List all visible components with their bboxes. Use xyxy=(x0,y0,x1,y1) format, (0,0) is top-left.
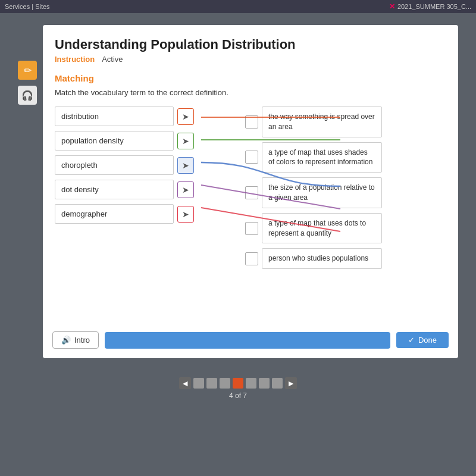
page-dot-6[interactable] xyxy=(259,378,270,389)
speaker-icon: 🔊 xyxy=(61,336,71,345)
page-dot-2[interactable] xyxy=(206,378,217,389)
arrow-btn-distribution[interactable]: ➤ xyxy=(177,108,194,125)
term-row: demographer ➤ xyxy=(55,204,198,224)
pencil-icon[interactable]: ✏ xyxy=(18,61,37,80)
arrow-btn-demographer[interactable]: ➤ xyxy=(177,206,194,223)
done-button[interactable]: ✓ Done xyxy=(396,332,449,348)
def-row: a type of map that uses dots to represen… xyxy=(245,213,382,244)
term-distribution: distribution xyxy=(55,107,174,126)
page-dot-4[interactable] xyxy=(233,378,243,389)
arrow-btn-dot-density[interactable]: ➤ xyxy=(177,181,194,198)
matching-area: distribution ➤ population density ➤ chor… xyxy=(55,107,446,269)
content-panel: Understanding Population Distribution In… xyxy=(43,25,458,358)
page-dot-5[interactable] xyxy=(246,378,256,389)
top-bar-left: Services | Sites xyxy=(5,3,50,10)
check-icon: ✓ xyxy=(408,336,415,345)
def-row: the way something is spread over an area xyxy=(245,107,382,137)
def-row: person who studies populations xyxy=(245,248,382,269)
bottom-bar: 🔊 Intro ✓ Done xyxy=(52,331,449,349)
breadcrumb-instruction[interactable]: Instruction xyxy=(55,55,95,64)
close-icon: ✕ xyxy=(389,2,395,11)
sidebar: ✏ 🎧 xyxy=(18,61,37,358)
def-checkbox-2[interactable] xyxy=(245,151,258,164)
breadcrumb: Instruction Active xyxy=(55,55,446,64)
def-box-3: the size of a population relative to a g… xyxy=(262,177,382,208)
term-dot-density: dot density xyxy=(55,180,174,199)
instruction-text: Match the vocabulary term to the correct… xyxy=(55,88,446,97)
top-bar-right: ✕ 2021_SUMMER 305_C... xyxy=(389,2,471,11)
arrow-btn-population-density[interactable]: ➤ xyxy=(177,133,194,149)
page-title: Understanding Population Distribution xyxy=(55,37,446,52)
def-box-4: a type of map that uses dots to represen… xyxy=(262,213,382,244)
term-choropleth: choropleth xyxy=(55,155,174,175)
def-checkbox-5[interactable] xyxy=(245,252,258,265)
page-dot-1[interactable] xyxy=(193,378,204,389)
page-dot-3[interactable] xyxy=(220,378,230,389)
page-counter: 4 of 7 xyxy=(0,392,476,400)
done-label: Done xyxy=(418,336,437,345)
def-row: the size of a population relative to a g… xyxy=(245,177,382,208)
pagination: ◀ ▶ xyxy=(0,377,476,389)
term-row: choropleth ➤ xyxy=(55,155,198,175)
top-bar: Services | Sites ✕ 2021_SUMMER 305_C... xyxy=(0,0,476,13)
term-row: distribution ➤ xyxy=(55,107,198,126)
def-box-5: person who studies populations xyxy=(262,248,382,269)
definitions-column: the way something is spread over an area… xyxy=(245,107,382,269)
term-population-density: population density xyxy=(55,131,174,151)
main-container: ✏ 🎧 Understanding Population Distributio… xyxy=(0,13,476,370)
prev-button[interactable]: ◀ xyxy=(179,377,191,389)
breadcrumb-active[interactable]: Active xyxy=(102,55,123,64)
def-box-2: a type of map that uses shades of colors… xyxy=(262,142,382,173)
intro-button[interactable]: 🔊 Intro xyxy=(52,331,99,349)
term-row: population density ➤ xyxy=(55,131,198,151)
terms-column: distribution ➤ population density ➤ chor… xyxy=(55,107,198,224)
section-title: Matching xyxy=(55,73,446,83)
headphone-icon[interactable]: 🎧 xyxy=(18,86,37,105)
def-row: a type of map that uses shades of colors… xyxy=(245,142,382,173)
term-demographer: demographer xyxy=(55,204,174,224)
def-checkbox-3[interactable] xyxy=(245,186,258,199)
term-row: dot density ➤ xyxy=(55,180,198,199)
next-button[interactable]: ▶ xyxy=(285,377,297,389)
arrow-btn-choropleth[interactable]: ➤ xyxy=(177,157,194,174)
def-checkbox-4[interactable] xyxy=(245,222,258,235)
def-checkbox-1[interactable] xyxy=(245,115,258,129)
progress-bar xyxy=(105,332,390,349)
window-title: 2021_SUMMER 305_C... xyxy=(397,3,471,10)
def-box-1: the way something is spread over an area xyxy=(262,107,382,137)
intro-label: Intro xyxy=(74,336,90,345)
page-dot-7[interactable] xyxy=(272,378,283,389)
